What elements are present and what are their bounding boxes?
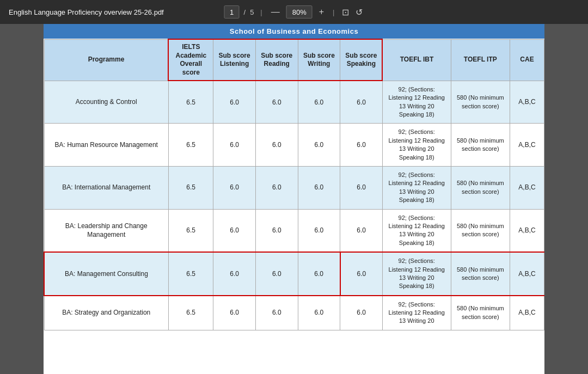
table-row: BA: Leadership and Change Management6.56…: [44, 209, 544, 252]
rotate-button[interactable]: ↺: [354, 6, 364, 19]
school-header: School of Business and Economics: [44, 24, 544, 39]
data-cell: 6.0: [255, 296, 298, 330]
programme-cell: BA: Strategy and Organization: [44, 296, 168, 330]
header-toefl-ibt: TOEFL IBT: [382, 39, 451, 81]
zoom-input[interactable]: [286, 5, 313, 19]
header-cae: CAE: [510, 39, 544, 81]
data-cell: A,B,C: [510, 252, 544, 296]
data-cell: 6.0: [340, 81, 383, 124]
programme-cell: Accounting & Control: [44, 81, 168, 124]
data-cell: 6.5: [168, 81, 213, 124]
fit-page-button[interactable]: ⊡: [341, 6, 350, 19]
data-cell: A,B,C: [510, 296, 544, 330]
header-sub-speaking: Sub score Speaking: [340, 39, 383, 81]
data-cell: 6.5: [168, 209, 213, 252]
data-cell: 6.0: [255, 209, 298, 252]
data-cell: 6.0: [255, 167, 298, 210]
data-cell: 580 (No minimum section score): [451, 167, 510, 210]
data-cell: 580 (No minimum section score): [451, 252, 510, 296]
data-cell: 6.0: [255, 252, 298, 296]
data-cell: 6.0: [298, 252, 340, 296]
data-cell: 6.0: [213, 296, 256, 330]
header-programme: Programme: [44, 39, 168, 81]
data-cell: A,B,C: [510, 124, 544, 167]
data-cell: 92; (Sections: Listening 12 Reading 13 W…: [382, 209, 451, 252]
total-pages: 5: [250, 8, 254, 16]
data-cell: 6.0: [213, 167, 256, 210]
programme-cell: BA: Leadership and Change Management: [44, 209, 168, 252]
data-cell: 580 (No minimum section score): [451, 209, 510, 252]
divider2: |: [333, 8, 334, 16]
data-cell: 6.0: [340, 252, 383, 296]
data-cell: 6.5: [168, 167, 213, 210]
table-row: BA: Management Consulting6.56.06.06.06.0…: [44, 252, 544, 296]
data-cell: 6.0: [298, 81, 340, 124]
header-toefl-itp: TOEFL ITP: [451, 39, 510, 81]
data-cell: 580 (No minimum section score): [451, 296, 510, 330]
data-cell: A,B,C: [510, 167, 544, 210]
data-cell: A,B,C: [510, 81, 544, 124]
title-bar: English Language Proficiency overview 25…: [0, 0, 588, 24]
data-cell: 6.0: [213, 209, 256, 252]
data-cell: A,B,C: [510, 209, 544, 252]
data-cell: 6.5: [168, 296, 213, 330]
page-input[interactable]: [224, 5, 240, 19]
data-cell: 6.0: [255, 81, 298, 124]
page-controls: / 5 | — + | ⊡ ↺: [224, 5, 364, 19]
data-cell: 92; (Sections: Listening 12 Reading 13 W…: [382, 81, 451, 124]
header-sub-writing: Sub score Writing: [298, 39, 340, 81]
data-table: Programme IELTS Academic Overall score S…: [44, 39, 544, 330]
data-cell: 580 (No minimum section score): [451, 81, 510, 124]
data-cell: 6.0: [340, 167, 383, 210]
data-cell: 6.0: [213, 124, 256, 167]
data-cell: 580 (No minimum section score): [451, 124, 510, 167]
pdf-viewer: School of Business and Economics Program…: [0, 24, 588, 374]
data-cell: 6.0: [298, 124, 340, 167]
data-cell: 6.5: [168, 252, 213, 296]
table-row: BA: International Management6.56.06.06.0…: [44, 167, 544, 210]
table-row: BA: Human Resource Management6.56.06.06.…: [44, 124, 544, 167]
table-row: BA: Strategy and Organization6.56.06.06.…: [44, 296, 544, 330]
data-cell: 6.0: [340, 124, 383, 167]
data-cell: 6.0: [298, 296, 340, 330]
data-cell: 92; (Sections: Listening 12 Reading 13 W…: [382, 124, 451, 167]
programme-cell: BA: Human Resource Management: [44, 124, 168, 167]
header-sub-listening: Sub score Listening: [213, 39, 256, 81]
programme-cell: BA: Management Consulting: [44, 252, 168, 296]
data-cell: 6.5: [168, 124, 213, 167]
data-cell: 6.0: [255, 124, 298, 167]
header-ielts-overall: IELTS Academic Overall score: [168, 39, 213, 81]
divider: |: [260, 8, 262, 16]
data-cell: 6.0: [340, 296, 383, 330]
page-separator: /: [244, 8, 246, 16]
data-cell: 6.0: [298, 167, 340, 210]
pdf-page: School of Business and Economics Program…: [44, 24, 544, 374]
programme-cell: BA: International Management: [44, 167, 168, 210]
header-row: Programme IELTS Academic Overall score S…: [44, 39, 544, 81]
data-cell: 6.0: [298, 209, 340, 252]
data-cell: 6.0: [213, 81, 256, 124]
data-cell: 92; (Sections: Listening 12 Reading 13 W…: [382, 296, 451, 330]
data-cell: 6.0: [213, 252, 256, 296]
data-cell: 92; (Sections: Listening 12 Reading 13 W…: [382, 167, 451, 210]
zoom-out-button[interactable]: —: [269, 6, 282, 18]
zoom-in-button[interactable]: +: [317, 6, 326, 18]
header-sub-reading: Sub score Reading: [255, 39, 298, 81]
data-cell: 92; (Sections: Listening 12 Reading 13 W…: [382, 252, 451, 296]
table-row: Accounting & Control6.56.06.06.06.092; (…: [44, 81, 544, 124]
data-cell: 6.0: [340, 209, 383, 252]
